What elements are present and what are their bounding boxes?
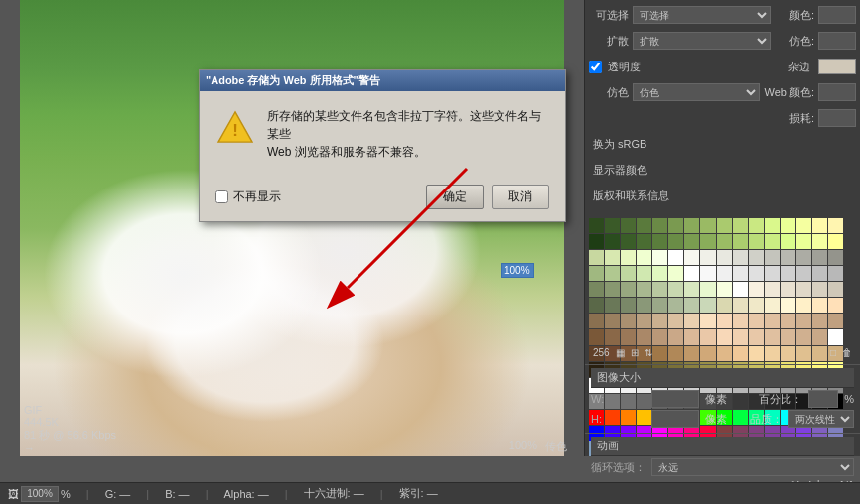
selectable-select[interactable]: 可选择 <box>633 6 771 24</box>
color-cell[interactable] <box>828 314 843 328</box>
color-cell[interactable] <box>749 346 764 361</box>
color-cell[interactable] <box>765 298 780 313</box>
color-cell[interactable] <box>605 329 620 344</box>
color-cell[interactable] <box>684 250 699 265</box>
color-cell[interactable] <box>765 314 780 328</box>
color-cell[interactable] <box>765 329 780 344</box>
color-cell[interactable] <box>684 218 699 233</box>
color-cell[interactable] <box>700 314 715 328</box>
color-cell[interactable] <box>828 250 843 265</box>
color-cell[interactable] <box>828 329 843 344</box>
color-cell[interactable] <box>717 266 732 281</box>
color-cell[interactable] <box>828 234 843 249</box>
color-cell[interactable] <box>668 218 683 233</box>
color-cell[interactable] <box>668 346 683 361</box>
cancel-button[interactable]: 取消 <box>492 185 549 209</box>
color-cell[interactable] <box>700 234 715 249</box>
color-cell[interactable] <box>668 266 683 281</box>
color-cell[interactable] <box>621 314 636 328</box>
color-cell[interactable] <box>749 218 764 233</box>
color-cell[interactable] <box>700 298 715 313</box>
color-cell[interactable] <box>684 329 699 344</box>
color-cell[interactable] <box>733 314 748 328</box>
color-cell[interactable] <box>717 234 732 249</box>
color-cell[interactable] <box>828 218 843 233</box>
confirm-button[interactable]: 确定 <box>426 185 484 209</box>
color-cell[interactable] <box>684 298 699 313</box>
color-cell[interactable] <box>652 234 667 249</box>
color-cell[interactable] <box>717 346 732 361</box>
color-cell[interactable] <box>812 314 827 328</box>
color-cell[interactable] <box>589 266 604 281</box>
width-input[interactable]: 2560 <box>651 390 699 408</box>
color-cell[interactable] <box>621 282 636 297</box>
color-cell[interactable] <box>733 298 748 313</box>
color-cell[interactable] <box>812 282 827 297</box>
delete-icon[interactable]: 🗑 <box>842 347 852 358</box>
color-cell[interactable] <box>749 250 764 265</box>
add-icon[interactable]: □ <box>830 347 836 358</box>
color-cell[interactable] <box>717 314 732 328</box>
color-cell[interactable] <box>700 346 715 361</box>
color-cell[interactable] <box>812 346 827 361</box>
color-cell[interactable] <box>733 234 748 249</box>
color-cell[interactable] <box>796 329 811 344</box>
color-cell[interactable] <box>812 218 827 233</box>
color-cell[interactable] <box>733 266 748 281</box>
height-input[interactable]: 1600 <box>651 410 699 428</box>
color-cell[interactable] <box>796 314 811 328</box>
play-btn[interactable]: ▶ <box>797 478 805 482</box>
color-cell[interactable] <box>652 329 667 344</box>
color-cell[interactable] <box>765 218 780 233</box>
color-cell[interactable] <box>733 282 748 297</box>
color-cell[interactable] <box>828 282 843 297</box>
color-cell[interactable] <box>621 266 636 281</box>
color-cell[interactable] <box>796 218 811 233</box>
color-cell[interactable] <box>637 250 651 265</box>
color-cell[interactable] <box>668 282 683 297</box>
loop-select[interactable]: 永远 <box>651 458 854 476</box>
color-cell[interactable] <box>589 314 604 328</box>
color-cell[interactable] <box>717 282 732 297</box>
color-cell[interactable] <box>684 346 699 361</box>
quality-select[interactable]: 两次线性 <box>788 410 854 428</box>
color-cell[interactable] <box>637 218 651 233</box>
color-cell[interactable] <box>637 266 651 281</box>
color-cell[interactable] <box>717 329 732 344</box>
color-cell[interactable] <box>812 234 827 249</box>
color-cell[interactable] <box>637 314 651 328</box>
color-cell[interactable] <box>589 282 604 297</box>
sort-icon[interactable]: ⊞ <box>631 347 639 358</box>
color-cell[interactable] <box>781 314 795 328</box>
zoom-input[interactable] <box>21 486 59 502</box>
color-cell[interactable] <box>589 298 604 313</box>
fuse-input[interactable]: 100% <box>818 32 856 50</box>
color-cell[interactable] <box>652 218 667 233</box>
color-cell[interactable] <box>749 266 764 281</box>
color-cell[interactable] <box>781 346 795 361</box>
color-cell[interactable] <box>637 234 651 249</box>
transparency-checkbox[interactable] <box>589 61 602 73</box>
order-icon[interactable]: ⇅ <box>645 347 652 358</box>
color-cell[interactable] <box>668 250 683 265</box>
color-cell[interactable] <box>812 250 827 265</box>
color-cell[interactable] <box>733 329 748 344</box>
diffuse-select[interactable]: 扩散 <box>633 32 771 50</box>
color-cell[interactable] <box>765 282 780 297</box>
color-cell[interactable] <box>605 234 620 249</box>
color-cell[interactable] <box>717 250 732 265</box>
no-show-checkbox[interactable] <box>215 190 228 203</box>
color-cell[interactable] <box>605 314 620 328</box>
color-cell[interactable] <box>717 218 732 233</box>
color-cell[interactable] <box>605 250 620 265</box>
color-cell[interactable] <box>781 329 795 344</box>
loss-input[interactable]: 0 <box>818 109 856 127</box>
color-cell[interactable] <box>812 266 827 281</box>
color-cell[interactable] <box>684 266 699 281</box>
color-cell[interactable] <box>637 298 651 313</box>
grid-icon[interactable]: ▦ <box>616 347 625 358</box>
color-cell[interactable] <box>749 234 764 249</box>
color-input[interactable]: 256 <box>818 6 856 24</box>
color-cell[interactable] <box>652 266 667 281</box>
color-cell[interactable] <box>796 250 811 265</box>
